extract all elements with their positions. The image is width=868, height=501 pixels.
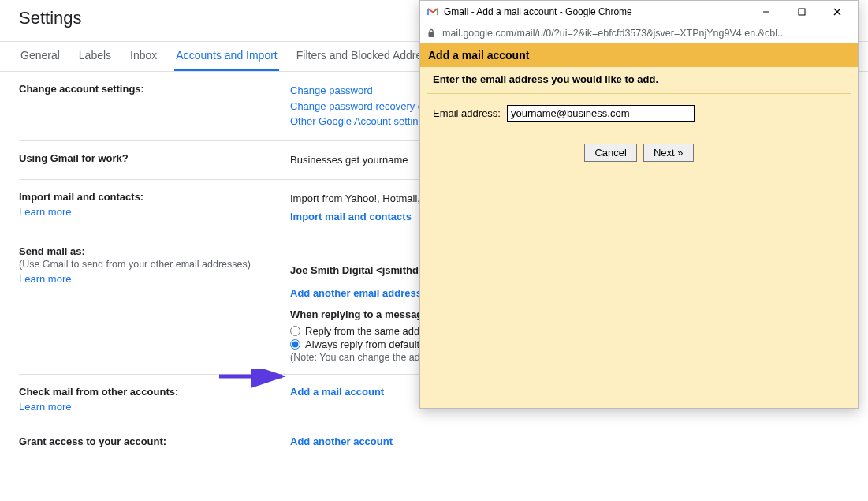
label-import: Import mail and contacts: bbox=[19, 191, 290, 203]
label-grant-access: Grant access to your account: bbox=[19, 436, 290, 447]
sublabel-send-as: (Use Gmail to send from your other email… bbox=[19, 259, 290, 270]
radio-reply-default-input[interactable] bbox=[290, 339, 300, 350]
lock-icon bbox=[427, 28, 436, 38]
label-send-as: Send mail as: bbox=[19, 245, 290, 257]
label-gmail-work: Using Gmail for work? bbox=[19, 152, 290, 164]
tab-accounts-import[interactable]: Accounts and Import bbox=[174, 42, 278, 71]
cancel-button[interactable]: Cancel bbox=[584, 144, 636, 162]
tab-inbox[interactable]: Inbox bbox=[129, 42, 158, 71]
minimize-button[interactable] bbox=[748, 1, 784, 23]
gmail-icon bbox=[427, 6, 439, 18]
radio-reply-default-label: Always reply from default bbox=[305, 338, 419, 350]
input-email-address[interactable] bbox=[507, 105, 695, 122]
row-grant-access: Grant access to your account: Add anothe… bbox=[19, 424, 849, 458]
link-add-another-account[interactable]: Add another account bbox=[290, 436, 849, 447]
radio-reply-same-input[interactable] bbox=[290, 326, 300, 336]
window-title: Gmail - Add a mail account - Google Chro… bbox=[444, 6, 748, 17]
tab-labels[interactable]: Labels bbox=[77, 42, 113, 71]
close-button[interactable] bbox=[819, 1, 855, 23]
link-learn-more-import[interactable]: Learn more bbox=[19, 206, 290, 218]
svg-rect-5 bbox=[429, 32, 434, 37]
popup-body: Add a mail account Enter the email addre… bbox=[420, 43, 858, 408]
link-learn-more-check[interactable]: Learn more bbox=[19, 401, 290, 413]
popup-header: Add a mail account bbox=[420, 43, 858, 67]
maximize-button[interactable] bbox=[784, 1, 819, 23]
form-row-email: Email address: bbox=[420, 94, 858, 128]
popup-window: Gmail - Add a mail account - Google Chro… bbox=[419, 0, 859, 409]
tab-general[interactable]: General bbox=[19, 42, 61, 71]
label-change-settings: Change account settings: bbox=[19, 83, 290, 95]
label-email-address: Email address: bbox=[433, 107, 501, 119]
titlebar[interactable]: Gmail - Add a mail account - Google Chro… bbox=[420, 1, 858, 23]
url-text: mail.google.com/mail/u/0/?ui=2&ik=ebfcfd… bbox=[442, 28, 785, 39]
next-button[interactable]: Next » bbox=[643, 144, 694, 162]
button-row: Cancel Next » bbox=[420, 128, 858, 168]
address-bar[interactable]: mail.google.com/mail/u/0/?ui=2&ik=ebfcfd… bbox=[420, 23, 858, 43]
label-check-mail: Check mail from other accounts: bbox=[19, 386, 290, 398]
link-learn-more-sendas[interactable]: Learn more bbox=[19, 273, 290, 285]
popup-subhead: Enter the email address you would like t… bbox=[420, 67, 858, 93]
svg-rect-2 bbox=[799, 9, 805, 15]
